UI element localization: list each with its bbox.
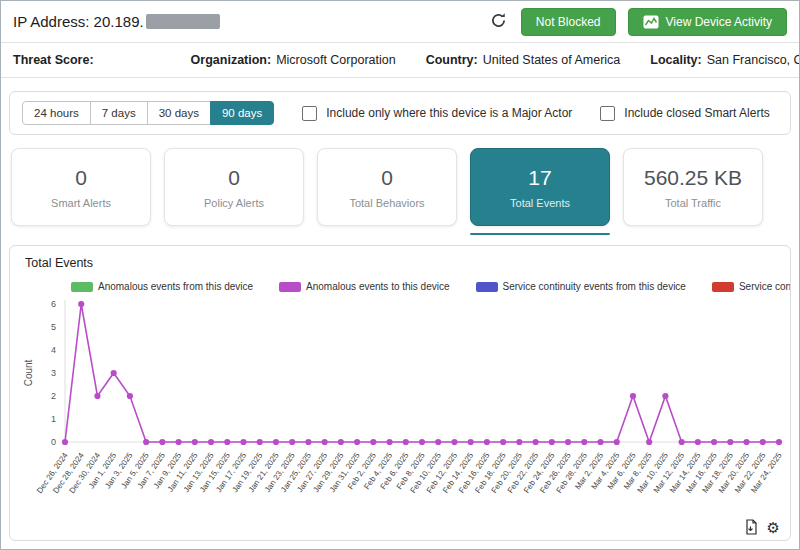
data-point[interactable] xyxy=(484,439,490,445)
data-point[interactable] xyxy=(127,393,133,399)
data-point[interactable] xyxy=(305,439,311,445)
stat-card-smart-alerts[interactable]: 0Smart Alerts xyxy=(11,148,151,235)
data-point[interactable] xyxy=(711,439,717,445)
major-actor-checkbox-label: Include only where this device is a Majo… xyxy=(326,106,572,120)
data-point[interactable] xyxy=(273,439,279,445)
stat-label: Smart Alerts xyxy=(51,197,111,209)
data-point[interactable] xyxy=(338,439,344,445)
settings-button[interactable]: ⚙ xyxy=(767,520,780,535)
view-device-activity-label: View Device Activity xyxy=(666,15,772,29)
threat-score-label: Threat Score: xyxy=(13,53,94,67)
data-point[interactable] xyxy=(597,439,603,445)
data-point[interactable] xyxy=(646,439,652,445)
stat-card-total-behaviors[interactable]: 0Total Behaviors xyxy=(317,148,457,235)
data-point[interactable] xyxy=(370,439,376,445)
legend-swatch xyxy=(279,282,301,292)
data-point[interactable] xyxy=(192,439,198,445)
legend-swatch xyxy=(712,282,734,292)
data-point[interactable] xyxy=(257,439,263,445)
data-point[interactable] xyxy=(614,439,620,445)
range-button-30-days[interactable]: 30 days xyxy=(147,101,211,125)
stats-row: 0Smart Alerts0Policy Alerts0Total Behavi… xyxy=(1,135,799,235)
data-point[interactable] xyxy=(159,439,165,445)
activity-chart-icon xyxy=(643,15,659,29)
refresh-icon xyxy=(490,12,507,32)
ip-redaction-box xyxy=(146,14,220,29)
locality-value: San Francisco, California xyxy=(707,53,800,67)
data-point[interactable] xyxy=(743,439,749,445)
stat-label: Total Events xyxy=(510,197,570,209)
range-button-24-hours[interactable]: 24 hours xyxy=(22,101,91,125)
view-device-activity-button[interactable]: View Device Activity xyxy=(628,8,787,36)
locality-label: Locality: xyxy=(650,53,701,67)
data-point[interactable] xyxy=(322,439,328,445)
legend-item-anomalous-events-to-this-device[interactable]: Anomalous events to this device xyxy=(279,281,449,292)
data-point[interactable] xyxy=(386,439,392,445)
data-point[interactable] xyxy=(94,393,100,399)
chart-title: Total Events xyxy=(19,256,781,270)
data-point[interactable] xyxy=(532,439,538,445)
device-info-row: Threat Score: Organization:Microsoft Cor… xyxy=(1,43,799,78)
data-point[interactable] xyxy=(760,439,766,445)
organization-label: Organization: xyxy=(191,53,272,67)
events-chart[interactable]: 0123456CountDec 26, 2024Dec 28, 2024Dec … xyxy=(19,294,791,524)
export-button[interactable] xyxy=(744,519,758,535)
data-point[interactable] xyxy=(727,439,733,445)
stat-card-total-traffic[interactable]: 560.25 KBTotal Traffic xyxy=(623,148,763,235)
not-blocked-label: Not Blocked xyxy=(536,15,601,29)
chart-panel: Total Events Anomalous events from this … xyxy=(9,245,791,541)
data-point[interactable] xyxy=(662,393,668,399)
stat-card-total-events[interactable]: 17Total Events xyxy=(470,148,610,235)
data-point[interactable] xyxy=(143,439,149,445)
data-point[interactable] xyxy=(435,439,441,445)
data-point[interactable] xyxy=(679,439,685,445)
closed-alerts-checkbox-label: Include closed Smart Alerts xyxy=(624,106,769,120)
stat-card-body: 560.25 KBTotal Traffic xyxy=(623,148,763,226)
data-point[interactable] xyxy=(549,439,555,445)
data-point[interactable] xyxy=(175,439,181,445)
data-point[interactable] xyxy=(208,439,214,445)
not-blocked-button[interactable]: Not Blocked xyxy=(521,8,616,36)
svg-text:1: 1 xyxy=(51,414,56,424)
data-point[interactable] xyxy=(289,439,295,445)
refresh-button[interactable] xyxy=(488,10,509,34)
legend-label: Anomalous events to this device xyxy=(306,281,449,292)
svg-text:0: 0 xyxy=(51,437,56,447)
data-point[interactable] xyxy=(419,439,425,445)
data-point[interactable] xyxy=(111,370,117,376)
data-point[interactable] xyxy=(78,301,84,307)
time-range-group: 24 hours7 days30 days90 days xyxy=(22,101,274,125)
data-point[interactable] xyxy=(776,439,782,445)
svg-text:3: 3 xyxy=(51,368,56,378)
data-point[interactable] xyxy=(403,439,409,445)
data-point[interactable] xyxy=(62,439,68,445)
closed-alerts-checkbox[interactable] xyxy=(600,106,615,121)
data-point[interactable] xyxy=(500,439,506,445)
data-point[interactable] xyxy=(451,439,457,445)
major-actor-checkbox[interactable] xyxy=(302,106,317,121)
range-button-7-days[interactable]: 7 days xyxy=(90,101,148,125)
filter-panel: 24 hours7 days30 days90 days Include onl… xyxy=(9,91,791,135)
data-point[interactable] xyxy=(695,439,701,445)
data-point[interactable] xyxy=(581,439,587,445)
major-actor-checkbox-row[interactable]: Include only where this device is a Majo… xyxy=(302,106,572,121)
data-point[interactable] xyxy=(240,439,246,445)
range-button-90-days[interactable]: 90 days xyxy=(210,101,274,125)
legend-item-service-continuity-events-to-this-device[interactable]: Service continuity events to this device xyxy=(712,281,791,292)
data-point[interactable] xyxy=(354,439,360,445)
legend-swatch xyxy=(476,282,498,292)
data-point[interactable] xyxy=(468,439,474,445)
data-point[interactable] xyxy=(516,439,522,445)
organization: Organization:Microsoft Corporation xyxy=(191,53,396,67)
data-point[interactable] xyxy=(565,439,571,445)
legend-label: Service continuity events from this devi… xyxy=(503,281,686,292)
ip-address-value: 20.189. xyxy=(94,13,144,30)
closed-alerts-checkbox-row[interactable]: Include closed Smart Alerts xyxy=(600,106,769,121)
data-point[interactable] xyxy=(630,393,636,399)
legend-item-anomalous-events-from-this-device[interactable]: Anomalous events from this device xyxy=(71,281,253,292)
threat-score: Threat Score: xyxy=(13,53,99,67)
stat-card-policy-alerts[interactable]: 0Policy Alerts xyxy=(164,148,304,235)
legend-item-service-continuity-events-from-this-device[interactable]: Service continuity events from this devi… xyxy=(476,281,686,292)
data-point[interactable] xyxy=(224,439,230,445)
stat-card-body: 0Total Behaviors xyxy=(317,148,457,226)
